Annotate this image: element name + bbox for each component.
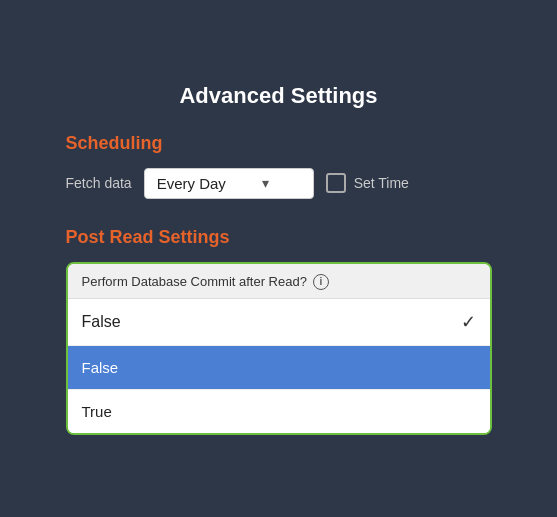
- scheduling-section-title: Scheduling: [66, 133, 492, 154]
- fetch-data-dropdown[interactable]: Every Day ▾: [144, 168, 314, 199]
- page-title: Advanced Settings: [66, 83, 492, 109]
- info-icon[interactable]: i: [313, 274, 329, 290]
- option-false[interactable]: False: [68, 346, 490, 390]
- scheduling-row: Fetch data Every Day ▾ Set Time: [66, 168, 492, 199]
- db-commit-selected-value: False: [82, 313, 121, 331]
- fetch-dropdown-chevron: ▾: [262, 175, 269, 191]
- db-commit-selected[interactable]: False ✓: [68, 299, 490, 346]
- set-time-checkbox[interactable]: [326, 173, 346, 193]
- db-commit-dropdown-container: Perform Database Commit after Read? i Fa…: [66, 262, 492, 435]
- db-commit-question-text: Perform Database Commit after Read?: [82, 274, 307, 289]
- post-read-section-title: Post Read Settings: [66, 227, 492, 248]
- fetch-data-label: Fetch data: [66, 175, 132, 191]
- db-commit-options: False True: [68, 346, 490, 433]
- fetch-data-value: Every Day: [157, 175, 226, 192]
- set-time-label: Set Time: [354, 175, 409, 191]
- set-time-group: Set Time: [326, 173, 409, 193]
- advanced-settings-panel: Advanced Settings Scheduling Fetch data …: [34, 59, 524, 459]
- option-true[interactable]: True: [68, 390, 490, 433]
- db-commit-chevron-down: ✓: [461, 311, 476, 333]
- post-read-section: Post Read Settings Perform Database Comm…: [66, 227, 492, 435]
- db-commit-question: Perform Database Commit after Read? i: [68, 264, 490, 299]
